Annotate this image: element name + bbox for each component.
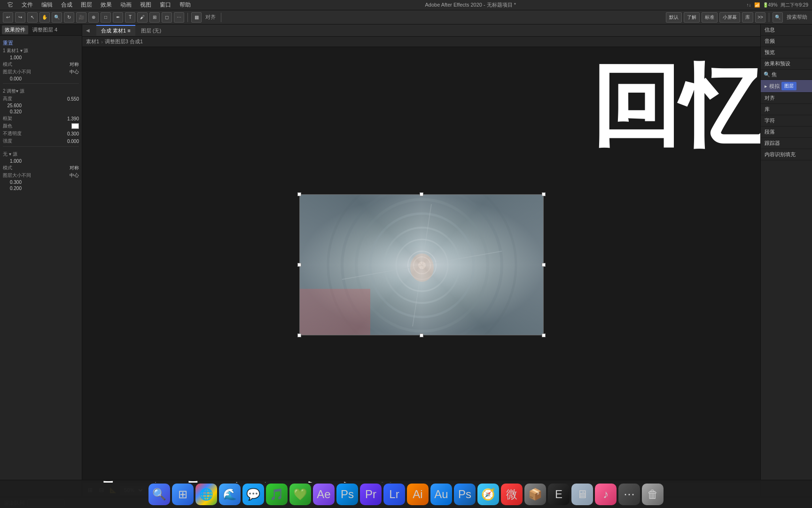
svg-rect-15 — [300, 289, 370, 335]
workspace-small[interactable]: 小屏幕 — [719, 12, 740, 23]
workspace-lib[interactable]: 库 — [742, 12, 753, 23]
ec-val-height: 0.550 — [60, 96, 79, 102]
menu-effect[interactable]: 效果 — [97, 0, 116, 10]
search-btn[interactable]: 🔍 — [773, 12, 783, 23]
menu-help[interactable]: 帮助 — [176, 0, 195, 10]
ec-val-layersize: 中心 — [60, 69, 79, 75]
toolbar-btn-pen[interactable]: ✒ — [113, 12, 123, 23]
rp-tracker[interactable]: 跟踪器 — [761, 138, 812, 149]
rp-preview[interactable]: 预览 — [761, 47, 812, 58]
toolbar-btn-brush[interactable]: 🖌 — [137, 12, 148, 23]
menu-edit[interactable]: 编辑 — [38, 0, 56, 10]
workspace-more[interactable]: >> — [755, 12, 765, 23]
ec-layer1-selector[interactable]: 1 素材1 ▾ 源 — [3, 48, 79, 54]
workspace-learn[interactable]: 了解 — [684, 12, 700, 23]
bc-item-2[interactable]: 调整图层3 合成1 — [105, 38, 143, 45]
toolbar-btn-zoom[interactable]: 🔍 — [52, 12, 62, 23]
toolbar-btn-shape[interactable]: □ — [101, 12, 111, 23]
toolbar-btn-rotate[interactable]: ↻ — [64, 12, 74, 23]
menu-app[interactable]: 它 — [4, 0, 17, 10]
dock-wechat[interactable]: 💚 — [289, 484, 311, 505]
bc-item-1[interactable]: 素材1 — [86, 38, 99, 45]
comp-tab-layer[interactable]: 图层 (无) — [136, 25, 166, 36]
toolbar-separator — [187, 13, 188, 22]
dock-weibo[interactable]: 微 — [501, 484, 523, 505]
dock-extras[interactable]: ⋯ — [618, 484, 640, 505]
ec-row-s3v5: 0.200 — [3, 186, 79, 191]
dock-launchpad[interactable]: ⊞ — [172, 484, 194, 505]
workspace-standard[interactable]: 标准 — [702, 12, 718, 23]
color-swatch[interactable] — [71, 123, 79, 129]
wifi-icon: 📶 — [754, 2, 760, 8]
dock-lr[interactable]: Lr — [383, 484, 405, 505]
svg-line-12 — [422, 204, 431, 265]
rp-info[interactable]: 信息 — [761, 24, 812, 36]
handle-top-mid[interactable] — [420, 192, 423, 196]
rp-audio[interactable]: 音频 — [761, 36, 812, 47]
rp-para[interactable]: 段落 — [761, 127, 812, 138]
menu-animate[interactable]: 动画 — [117, 0, 135, 10]
ec-layer2-selector[interactable]: 2 调整▾ 源 — [3, 88, 79, 95]
toolbar-btn-2[interactable]: ↪ — [15, 12, 25, 23]
menu-layer[interactable]: 图层 — [77, 0, 96, 10]
toolbar-btn-eraser[interactable]: ◻ — [162, 12, 172, 23]
rp-align[interactable]: 对齐 — [761, 93, 812, 104]
ec-val-s3v4: 0.300 — [3, 180, 22, 185]
toolbar-btn-clone[interactable]: ⊞ — [149, 12, 160, 23]
toolbar-btn-text[interactable]: T — [125, 12, 135, 23]
dock-qq-browser[interactable]: 🌊 — [219, 484, 241, 505]
dock-ae[interactable]: Ae — [313, 484, 335, 505]
dock-music[interactable]: ♪ — [595, 484, 617, 505]
handle-top-right[interactable] — [542, 192, 546, 196]
ec-layer3-selector[interactable]: 无 ▾ 源 — [3, 151, 79, 158]
menu-window[interactable]: 窗口 — [156, 0, 175, 10]
toolbar-btn-select[interactable]: ↖ — [27, 12, 38, 23]
search-help-label: 搜索帮助 — [785, 14, 809, 21]
tab-effect-controls[interactable]: 效果控件 — [2, 25, 28, 34]
dock-safari[interactable]: 🧭 — [477, 484, 499, 505]
dock-chrome[interactable]: 🌐 — [195, 484, 217, 505]
toolbar-btn-anchor[interactable]: ⊕ — [88, 12, 99, 23]
rp-lib[interactable]: 库 — [761, 104, 812, 115]
handle-mid-right[interactable] — [542, 263, 546, 267]
dock-au[interactable]: Au — [430, 484, 452, 505]
comp-tab-main[interactable]: 合成 素材1 ≡ — [96, 25, 135, 36]
handle-top-left[interactable] — [297, 192, 301, 196]
ec-val-4: 0.000 — [3, 76, 22, 81]
dock-finder2[interactable]: 🖥 — [571, 484, 593, 505]
ec-reset-btn[interactable]: 重置 — [3, 40, 79, 47]
dock-trash[interactable]: 🗑 — [642, 484, 664, 505]
dock-ps[interactable]: Ps — [336, 484, 358, 505]
handle-bottom-left[interactable] — [297, 333, 301, 337]
dock-qqmusic[interactable]: 🎵 — [266, 484, 288, 505]
toolbar-btn-puppet[interactable]: ⋯ — [174, 12, 184, 23]
dock-app1[interactable]: 📦 — [524, 484, 546, 505]
dock-finder[interactable]: 🔍 — [148, 484, 170, 505]
toolbar-btn-1[interactable]: ↩ — [3, 12, 13, 23]
dock-ai[interactable]: Ai — [407, 484, 429, 505]
toolbar-btn-align[interactable]: ▦ — [191, 12, 202, 23]
rp-blue-button[interactable]: 图层 — [781, 82, 796, 90]
menu-file[interactable]: 文件 — [18, 0, 37, 10]
rp-focal-active[interactable]: ▸ 模拟 图层 — [761, 80, 812, 93]
toolbar-btn-cam[interactable]: 🎥 — [76, 12, 86, 23]
dock-psx[interactable]: Ps — [454, 484, 476, 505]
workspace-default[interactable]: 默认 — [666, 12, 682, 23]
dock-qq[interactable]: 💬 — [242, 484, 264, 505]
handle-mid-left[interactable] — [297, 263, 301, 267]
toolbar-btn-hand[interactable]: ✋ — [39, 12, 50, 23]
comp-tab-arrow-left[interactable]: ◀ — [86, 28, 90, 33]
rp-char[interactable]: 字符 — [761, 115, 812, 127]
menu-compose[interactable]: 合成 — [57, 0, 76, 10]
tab-adjust-layer[interactable]: 调整图层 4 — [30, 25, 60, 34]
menu-view[interactable]: 视图 — [136, 0, 155, 10]
handle-bottom-right[interactable] — [542, 333, 546, 337]
dock-pr[interactable]: Pr — [360, 484, 382, 505]
handle-bottom-mid[interactable] — [420, 333, 423, 337]
rp-effects[interactable]: 效果和预设 — [761, 58, 812, 70]
rp-content-aware[interactable]: 内容识别填充 — [761, 149, 812, 160]
dock-epic[interactable]: E — [548, 484, 570, 505]
dock: 🔍 ⊞ 🌐 🌊 💬 🎵 💚 Ae Ps Pr Lr Ai Au Ps 🧭 微 📦… — [0, 480, 812, 508]
bc-separator: › — [101, 39, 103, 45]
toolbar: ↩ ↪ ↖ ✋ 🔍 ↻ 🎥 ⊕ □ ✒ T 🖌 ⊞ ◻ ⋯ ▦ 对齐 默认 了解… — [0, 10, 812, 24]
